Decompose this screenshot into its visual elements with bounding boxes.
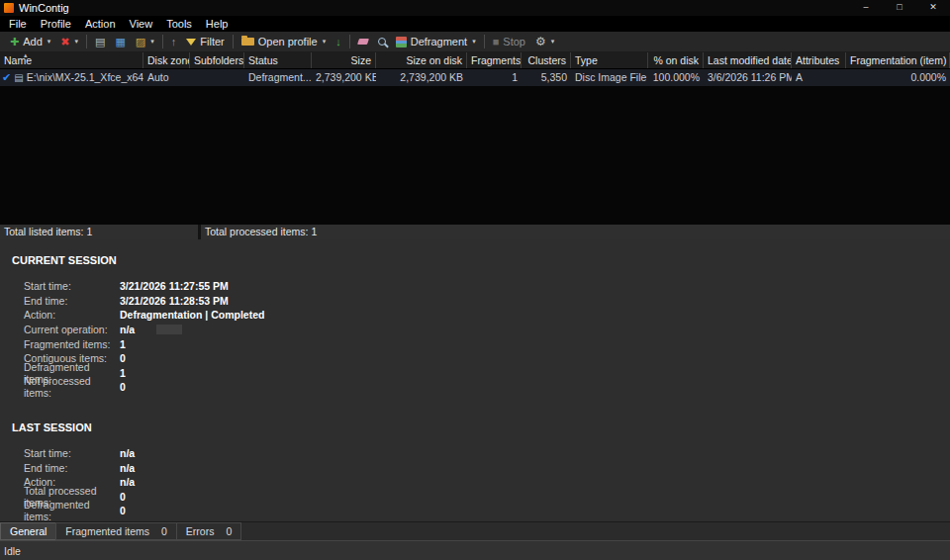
field-value: n/a bbox=[120, 476, 135, 488]
clusters-cell: 5,350 bbox=[522, 69, 571, 86]
column-header-attributes[interactable]: Attributes bbox=[792, 52, 846, 68]
stop-button[interactable]: ■ Stop bbox=[488, 35, 530, 48]
current-session-fields: Start time: 3/21/2026 11:27:55 PM End ti… bbox=[24, 279, 950, 395]
open-folder-icon bbox=[241, 38, 254, 46]
field-value: 0 bbox=[120, 381, 126, 393]
status-cell: Defragment... bbox=[244, 69, 312, 86]
column-header-size-on-disk[interactable]: Size on disk bbox=[376, 52, 467, 68]
column-header-last-modified[interactable]: Last modified date bbox=[704, 52, 792, 68]
operation-progress-bar bbox=[156, 325, 182, 334]
column-header-name[interactable]: Name ▴ bbox=[0, 52, 143, 68]
field-end-time: End time: n/a bbox=[24, 460, 950, 475]
view-mode-button[interactable]: ▦ bbox=[110, 36, 130, 48]
column-header-fragments[interactable]: Fragments bbox=[467, 52, 522, 68]
field-end-time: End time: 3/21/2026 11:28:53 PM bbox=[24, 294, 950, 309]
bottom-tabs: General Fragmented items 0 Errors 0 bbox=[0, 521, 950, 540]
menu-action[interactable]: Action bbox=[78, 16, 123, 32]
tab-fragmented-items[interactable]: Fragmented items 0 bbox=[55, 522, 176, 540]
fragments-cell: 1 bbox=[467, 69, 522, 86]
chevron-down-icon: ▾ bbox=[551, 38, 555, 46]
field-label: End time: bbox=[24, 295, 120, 307]
chevron-down-icon: ▾ bbox=[472, 38, 476, 46]
column-header-fragmentation[interactable]: Fragmentation (item) bbox=[846, 52, 950, 68]
page-icon: ▤ bbox=[95, 37, 105, 47]
menu-view[interactable]: View bbox=[123, 16, 160, 32]
field-value: 1 bbox=[120, 367, 126, 379]
settings-button[interactable]: ⚙ ▾ bbox=[530, 36, 559, 48]
menu-file[interactable]: File bbox=[2, 16, 34, 32]
appearance-button[interactable]: ▨ ▾ bbox=[131, 36, 159, 48]
chevron-down-icon: ▾ bbox=[48, 38, 51, 46]
window-controls: – □ ✕ bbox=[849, 0, 950, 16]
open-profile-button[interactable]: Open profile ▾ bbox=[237, 35, 331, 48]
column-header-pct-on-disk[interactable]: % on disk bbox=[648, 52, 704, 68]
file-icon: ▤ bbox=[14, 69, 23, 86]
pct-on-disk-cell: 100.000% bbox=[648, 69, 704, 86]
last-session-fields: Start time: n/a End time: n/a Action: n/… bbox=[24, 446, 950, 518]
file-name-cell: ✔ ▤ E:\nix\MX-25.1_Xfce_x64.iso bbox=[0, 69, 143, 86]
attributes-cell: A bbox=[792, 69, 846, 86]
totals-strip: Total listed items: 1 Total processed it… bbox=[0, 225, 950, 239]
field-current-operation: Current operation: n/a bbox=[24, 323, 950, 337]
tab-label: General bbox=[10, 525, 47, 537]
toolbar-separator bbox=[162, 35, 163, 48]
chevron-down-icon: ▾ bbox=[150, 38, 154, 46]
clear-list-button[interactable]: ▤ bbox=[90, 36, 110, 48]
column-header-subfolders[interactable]: Subfolders bbox=[190, 52, 244, 68]
clean-button[interactable] bbox=[353, 38, 373, 46]
field-value: 3/21/2026 11:28:53 PM bbox=[120, 295, 229, 307]
defragment-button[interactable]: Defragment ▾ bbox=[391, 35, 481, 48]
field-label: Defragmented items: bbox=[24, 499, 120, 521]
field-value: 3/21/2026 11:27:55 PM bbox=[120, 280, 229, 292]
app-icon bbox=[4, 3, 14, 13]
minimize-button[interactable]: – bbox=[849, 0, 883, 16]
palette-icon: ▨ bbox=[136, 37, 145, 47]
field-value: Defragmentation | Completed bbox=[120, 309, 264, 321]
field-label: Start time: bbox=[24, 280, 120, 292]
field-label: End time: bbox=[24, 462, 120, 474]
tab-errors[interactable]: Errors 0 bbox=[176, 522, 241, 540]
checkbox-checked-icon[interactable]: ✔ bbox=[2, 69, 11, 86]
defragment-label: Defragment bbox=[411, 36, 467, 47]
menu-tools[interactable]: Tools bbox=[159, 16, 199, 32]
defragment-icon bbox=[396, 37, 407, 47]
stop-icon: ■ bbox=[493, 37, 500, 47]
menu-profile[interactable]: Profile bbox=[34, 16, 78, 32]
field-action: Action: n/a bbox=[24, 475, 950, 490]
remove-button[interactable]: ✖ ▾ bbox=[55, 36, 83, 48]
move-up-button[interactable]: ↑ bbox=[166, 36, 182, 48]
analyze-button[interactable] bbox=[373, 37, 391, 47]
table-row[interactable]: ✔ ▤ E:\nix\MX-25.1_Xfce_x64.iso Auto Def… bbox=[0, 69, 950, 86]
toolbar-separator bbox=[86, 35, 87, 48]
field-not-processed-items: Not processed items: 0 bbox=[24, 380, 950, 395]
column-header-status[interactable]: Status bbox=[244, 52, 312, 68]
filter-label: Filter bbox=[200, 36, 224, 47]
tab-general[interactable]: General bbox=[0, 522, 56, 540]
field-defragmented-items: Defragmented items: 1 bbox=[24, 366, 950, 381]
add-button[interactable]: ✚ Add ▾ bbox=[5, 35, 55, 48]
column-header-clusters[interactable]: Clusters bbox=[522, 52, 571, 68]
session-panel: CURRENT SESSION Start time: 3/21/2026 11… bbox=[0, 239, 950, 521]
size-cell: 2,739,200 KB bbox=[312, 69, 376, 86]
filter-button[interactable]: Filter bbox=[181, 35, 229, 48]
column-header-disk-zone[interactable]: Disk zone bbox=[143, 52, 190, 68]
column-header-size[interactable]: Size bbox=[312, 52, 376, 68]
close-button[interactable]: ✕ bbox=[916, 0, 950, 16]
grid-icon: ▦ bbox=[115, 37, 125, 47]
field-label: Start time: bbox=[24, 447, 120, 459]
fragmentation-cell: 0.000% bbox=[846, 69, 950, 86]
save-profile-button[interactable]: ↓ bbox=[331, 36, 346, 48]
column-header-type[interactable]: Type bbox=[571, 52, 648, 68]
maximize-button[interactable]: □ bbox=[883, 0, 916, 16]
type-cell: Disc Image File bbox=[571, 69, 648, 86]
up-arrow-icon: ↑ bbox=[171, 37, 177, 47]
field-value: 0 bbox=[120, 491, 126, 503]
field-label: Action: bbox=[24, 309, 120, 321]
titlebar: WinContig – □ ✕ bbox=[0, 0, 950, 16]
toolbar-separator bbox=[233, 35, 234, 48]
chevron-down-icon: ▾ bbox=[75, 38, 79, 46]
menu-help[interactable]: Help bbox=[199, 16, 236, 32]
magnifier-icon bbox=[378, 38, 386, 46]
subfolders-cell bbox=[190, 69, 244, 86]
field-total-processed-items: Total processed items: 0 bbox=[24, 490, 950, 505]
